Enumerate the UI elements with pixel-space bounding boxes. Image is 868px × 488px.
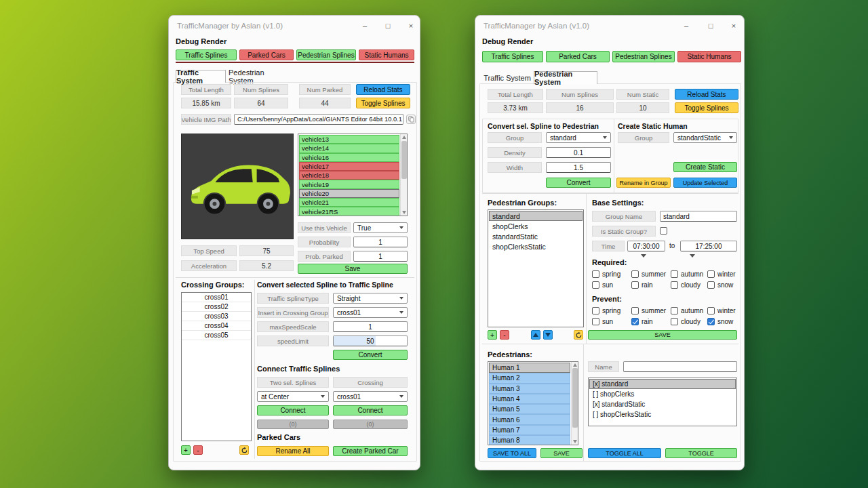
- debug-static-humans-button[interactable]: Static Humans: [677, 51, 741, 62]
- list-item[interactable]: Human 6: [489, 414, 570, 424]
- maximize-button[interactable]: □: [379, 18, 397, 33]
- scroll-up-icon[interactable]: [402, 136, 406, 139]
- toggle-all-button[interactable]: TOGGLE ALL: [588, 448, 661, 458]
- connect-splines-button[interactable]: Connect: [257, 405, 329, 415]
- insert-crossing-group-select[interactable]: cross01: [333, 307, 408, 318]
- refresh-crossing-button[interactable]: [239, 445, 249, 455]
- list-item[interactable]: vehicle19: [299, 180, 399, 188]
- connect-crossing-select[interactable]: cross01: [333, 391, 408, 402]
- connect-mode-select[interactable]: at Center: [257, 391, 329, 402]
- list-item[interactable]: cross01: [182, 293, 251, 302]
- speed-limit-input[interactable]: 50: [333, 336, 408, 346]
- scrollbar[interactable]: [400, 134, 407, 216]
- move-group-up-button[interactable]: [531, 330, 540, 340]
- save-group-button[interactable]: SAVE: [588, 330, 737, 340]
- prevent-autumn-checkbox[interactable]: autumn: [671, 306, 703, 314]
- time-to-input[interactable]: 17:25:00: [680, 241, 737, 251]
- list-item-selected[interactable]: vehicle20: [299, 189, 399, 198]
- static-group-select[interactable]: standardStatic: [673, 132, 737, 143]
- save-to-all-button[interactable]: SAVE TO ALL: [488, 448, 536, 458]
- pedestrian-group-select[interactable]: standard: [546, 132, 611, 143]
- list-item[interactable]: cross05: [182, 331, 251, 340]
- create-parked-car-button[interactable]: Create Parked Car: [333, 446, 408, 456]
- debug-parked-cars-button[interactable]: Parked Cars: [239, 49, 294, 60]
- add-crossing-button[interactable]: +: [181, 445, 191, 455]
- move-group-down-button[interactable]: [543, 330, 553, 340]
- list-item[interactable]: [ ] shopClerksStatic: [589, 409, 736, 420]
- debug-traffic-splines-button[interactable]: Traffic Splines: [482, 51, 543, 62]
- list-item[interactable]: vehicle17: [299, 162, 399, 171]
- required-snow-checkbox[interactable]: snow: [707, 281, 733, 289]
- list-item[interactable]: standardStatic: [489, 231, 583, 241]
- list-item[interactable]: Human 4: [489, 394, 570, 404]
- prevent-snow-checkbox[interactable]: snow: [707, 317, 733, 325]
- convert-spline-button[interactable]: Convert: [333, 350, 408, 360]
- width-input[interactable]: 1.5: [546, 162, 611, 173]
- browse-path-button[interactable]: [406, 115, 416, 124]
- tab-traffic-system[interactable]: Traffic System: [176, 70, 226, 83]
- list-item[interactable]: cross03: [182, 312, 251, 321]
- prevent-sun-checkbox[interactable]: sun: [592, 317, 613, 325]
- required-autumn-checkbox[interactable]: autumn: [671, 270, 703, 278]
- list-item[interactable]: vehicle21: [299, 198, 399, 207]
- debug-traffic-splines-button[interactable]: Traffic Splines: [176, 49, 237, 60]
- save-vehicle-button[interactable]: Save: [298, 264, 408, 274]
- reload-stats-button[interactable]: Reload Stats: [675, 89, 738, 100]
- remove-group-button[interactable]: -: [500, 330, 509, 340]
- required-rain-checkbox[interactable]: rain: [631, 281, 653, 289]
- list-item[interactable]: Human 7: [489, 425, 570, 435]
- maximize-button[interactable]: □: [702, 18, 719, 33]
- list-item[interactable]: vehicle21RS: [299, 207, 399, 216]
- list-item[interactable]: vehicle18: [299, 171, 399, 180]
- list-item[interactable]: cross02: [182, 302, 251, 312]
- list-item[interactable]: Human 8: [489, 435, 570, 445]
- list-item-selected[interactable]: standard: [489, 211, 583, 221]
- list-item[interactable]: vehicle16: [299, 153, 399, 162]
- density-input[interactable]: 0.1: [546, 147, 611, 158]
- debug-pedestrian-splines-button[interactable]: Pedestrian Splines: [612, 51, 675, 62]
- create-static-button[interactable]: Create Static: [673, 162, 737, 172]
- tab-pedestrian-system[interactable]: Pedestrian System: [534, 71, 597, 84]
- reload-stats-button[interactable]: Reload Stats: [356, 84, 410, 95]
- connect-crossing-button[interactable]: Connect: [333, 405, 408, 415]
- scrollbar[interactable]: [571, 362, 578, 445]
- list-item[interactable]: vehicle14: [299, 144, 399, 152]
- scroll-down-icon[interactable]: [573, 440, 577, 443]
- toggle-splines-button[interactable]: Toggle Splines: [675, 102, 738, 113]
- toggle-button[interactable]: TOGGLE: [665, 448, 737, 458]
- list-item[interactable]: shopClerks: [489, 221, 583, 231]
- max-speed-scale-input[interactable]: 1: [333, 321, 408, 332]
- list-item[interactable]: Human 3: [489, 384, 570, 394]
- prevent-winter-checkbox[interactable]: winter: [707, 306, 736, 314]
- required-winter-checkbox[interactable]: winter: [707, 270, 736, 278]
- time-to-dropdown-icon[interactable]: [690, 254, 695, 258]
- update-selected-button[interactable]: Update Selected: [673, 178, 737, 188]
- required-sun-checkbox[interactable]: sun: [592, 281, 613, 289]
- minimize-button[interactable]: –: [356, 18, 374, 33]
- probability-input[interactable]: 1: [353, 237, 408, 247]
- close-button[interactable]: ×: [725, 18, 743, 33]
- scrollbar-thumb[interactable]: [572, 368, 578, 428]
- save-human-button[interactable]: SAVE: [540, 448, 583, 458]
- scrollbar-thumb[interactable]: [401, 141, 407, 179]
- time-from-dropdown-icon[interactable]: [641, 254, 646, 258]
- human-name-input[interactable]: [623, 361, 737, 372]
- debug-static-humans-button[interactable]: Static Humans: [359, 49, 414, 60]
- debug-parked-cars-button[interactable]: Parked Cars: [546, 51, 610, 62]
- prevent-spring-checkbox[interactable]: spring: [592, 306, 620, 314]
- refresh-groups-button[interactable]: [574, 330, 583, 340]
- list-item[interactable]: cross04: [182, 321, 251, 331]
- prevent-cloudy-checkbox[interactable]: cloudy: [671, 317, 701, 325]
- required-summer-checkbox[interactable]: summer: [631, 270, 666, 278]
- required-cloudy-checkbox[interactable]: cloudy: [671, 281, 701, 289]
- list-item[interactable]: Human 5: [489, 404, 570, 414]
- add-group-button[interactable]: +: [488, 330, 497, 340]
- minimize-button[interactable]: –: [677, 18, 695, 33]
- is-static-group-checkbox[interactable]: [660, 227, 667, 235]
- scroll-down-icon[interactable]: [402, 211, 406, 214]
- list-item[interactable]: vehicle13: [299, 135, 399, 144]
- list-item-selected[interactable]: [x] standard: [589, 379, 736, 389]
- convert-pedestrian-button[interactable]: Convert: [546, 178, 611, 188]
- remove-crossing-button[interactable]: -: [193, 445, 203, 455]
- spline-type-select[interactable]: Straight: [333, 293, 408, 304]
